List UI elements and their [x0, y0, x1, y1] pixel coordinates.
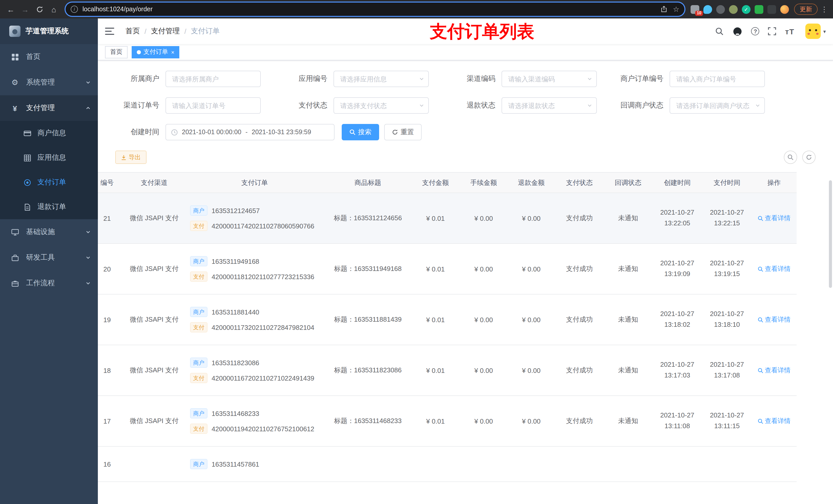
refresh-table-button[interactable] — [802, 150, 815, 164]
tag-pay-order[interactable]: 支付订单 × — [132, 46, 180, 58]
address-bar[interactable]: i localhost:1024/pay/order ☆ — [66, 3, 685, 16]
sidebar-item-system[interactable]: ⚙ 系统管理 — [0, 70, 98, 95]
page-scrollbar[interactable] — [829, 180, 832, 288]
tag-close-icon[interactable]: × — [171, 49, 174, 55]
view-detail-link[interactable]: 查看详情 — [758, 265, 790, 273]
bookmark-star-icon[interactable]: ☆ — [673, 5, 679, 13]
sidebar-item-home[interactable]: 首页 — [0, 44, 98, 70]
back-icon[interactable]: ← — [5, 4, 16, 15]
search-icon — [758, 266, 763, 272]
tags-view: 首页 支付订单 × — [98, 44, 833, 61]
browser-update-button[interactable]: 更新 — [794, 4, 818, 15]
table-row[interactable]: 16 商户1635311457861 — [98, 447, 796, 482]
merchant-order-no: 1635312124657 — [212, 207, 260, 214]
sidebar-item-refund-order[interactable]: 退款订单 — [0, 195, 98, 219]
merchant-input[interactable] — [165, 71, 261, 87]
filter-row-2: 渠道订单号 支付状态 退款状态 — [108, 97, 823, 114]
extension-chat-icon[interactable] — [755, 5, 763, 14]
merchant-order-no-field[interactable] — [670, 71, 765, 87]
sidebar-toggle-icon[interactable] — [105, 26, 116, 37]
reset-button[interactable]: 重置 — [384, 124, 422, 140]
channel-order-no-field[interactable] — [165, 97, 261, 114]
search-icon[interactable] — [715, 27, 724, 35]
filter-label-merchant-order-no: 商户订单编号 — [612, 74, 663, 83]
github-icon[interactable] — [733, 26, 743, 36]
sidebar-item-pay[interactable]: ¥ 支付管理 — [0, 95, 98, 121]
export-button[interactable]: 导出 — [115, 150, 146, 164]
table-row[interactable]: 18 微信 JSAPI 支付 商户1635311823086 支付4200001… — [98, 345, 796, 396]
target-icon — [23, 178, 32, 186]
table-header-row: 编号 支付渠道 支付订单 商品标题 支付金额 手续金额 退款金额 支付状态 回调… — [98, 172, 796, 193]
dashboard-icon — [10, 53, 20, 61]
url-text[interactable]: localhost:1024/pay/order — [82, 6, 661, 13]
merchant-order-no-input[interactable] — [670, 71, 765, 87]
merchant-tag: 商户 — [190, 206, 208, 216]
share-icon[interactable] — [661, 6, 668, 13]
forward-icon[interactable]: → — [20, 4, 31, 15]
reload-icon[interactable] — [34, 4, 45, 15]
search-icon — [758, 367, 763, 373]
breadcrumb-pay[interactable]: 支付管理 — [151, 27, 180, 36]
user-menu[interactable]: ▾ — [805, 24, 826, 39]
channel-code-select[interactable] — [502, 71, 597, 87]
view-detail-link[interactable]: 查看详情 — [758, 366, 790, 375]
sidebar-item-app-info[interactable]: 应用信息 — [0, 145, 98, 170]
create-time-range-picker[interactable]: 2021-10-01 00:00:00 - 2021-10-31 23:59:5… — [165, 124, 335, 140]
view-detail-link[interactable]: 查看详情 — [758, 214, 790, 222]
refund-status-select[interactable] — [502, 97, 597, 114]
view-detail-link[interactable]: 查看详情 — [758, 417, 790, 425]
navbar-actions: ? тT ▾ — [715, 24, 826, 39]
browser-menu-icon[interactable]: ⋮ — [821, 5, 828, 13]
sidebar-item-infra[interactable]: 基础设施 — [0, 219, 98, 245]
table-row[interactable]: 17 微信 JSAPI 支付 商户1635311468233 支付4200001… — [98, 396, 796, 447]
chevron-up-icon — [86, 105, 91, 111]
gear-icon: ⚙ — [10, 78, 20, 87]
font-size-icon[interactable]: тT — [785, 27, 794, 35]
channel-order-no: 4200001181202110277723215336 — [212, 273, 314, 281]
main-panel: 首页 / 支付管理 / 支付订单 支付订单列表 ? — [98, 19, 833, 504]
breadcrumb-current: 支付订单 — [191, 27, 220, 36]
search-button[interactable]: 搜索 — [342, 124, 379, 140]
extension-face-icon[interactable] — [780, 5, 789, 14]
extension-icon-olive[interactable] — [729, 5, 738, 14]
table-row[interactable]: 20 微信 JSAPI 支付 商户1635311949168 支付4200001… — [98, 243, 796, 294]
extension-drop-icon[interactable] — [704, 5, 712, 14]
extension-dark-icon[interactable] — [767, 5, 776, 14]
view-detail-link[interactable]: 查看详情 — [758, 315, 790, 324]
notify-status-field[interactable] — [670, 97, 765, 114]
extensions-puzzle-icon[interactable]: 10 — [691, 5, 699, 14]
channel-order-no: 4200001194202110276752100612 — [212, 425, 314, 433]
document-icon — [23, 203, 32, 211]
filter-label-refund-status: 退款状态 — [444, 101, 495, 110]
pay-status-field[interactable] — [334, 97, 429, 114]
toggle-search-button[interactable] — [784, 150, 797, 164]
refund-status-field[interactable] — [502, 97, 597, 114]
chevron-down-icon — [86, 80, 91, 85]
tag-home[interactable]: 首页 — [105, 46, 127, 58]
orders-table: 编号 支付渠道 支付订单 商品标题 支付金额 手续金额 退款金额 支付状态 回调… — [98, 172, 827, 482]
table-row[interactable]: 21 微信 JSAPI 支付 商户1635312124657 支付4200001… — [98, 193, 796, 243]
notify-status-select[interactable] — [670, 97, 765, 114]
breadcrumb-home[interactable]: 首页 — [125, 27, 140, 36]
search-icon — [349, 129, 356, 135]
app-select[interactable] — [334, 71, 429, 87]
app-select-field[interactable] — [334, 71, 429, 87]
help-icon[interactable]: ? — [751, 27, 760, 35]
extension-check-icon[interactable]: ✓ — [742, 5, 751, 14]
channel-code-field[interactable] — [502, 71, 597, 87]
channel-order-no-input[interactable] — [165, 97, 261, 114]
merchant-input-field[interactable] — [165, 71, 261, 87]
merchant-order-no: 1635311457861 — [212, 460, 259, 468]
extension-icon-gray[interactable] — [716, 5, 725, 14]
app-logo[interactable]: 芋道管理系统 — [0, 19, 98, 44]
sidebar-item-devtools[interactable]: 研发工具 — [0, 245, 98, 270]
site-info-icon[interactable]: i — [71, 6, 78, 13]
sidebar-item-merchant-info[interactable]: 商户信息 — [0, 121, 98, 145]
fullscreen-icon[interactable] — [768, 27, 777, 35]
home-icon[interactable]: ⌂ — [48, 4, 60, 15]
pay-status-select[interactable] — [334, 97, 429, 114]
sidebar-item-pay-order[interactable]: 支付订单 — [0, 170, 98, 195]
sidebar-item-workflow[interactable]: 工作流程 — [0, 270, 98, 296]
merchant-order-no: 1635311949168 — [212, 257, 259, 265]
table-row[interactable]: 19 微信 JSAPI 支付 商户1635311881440 支付4200001… — [98, 294, 796, 345]
